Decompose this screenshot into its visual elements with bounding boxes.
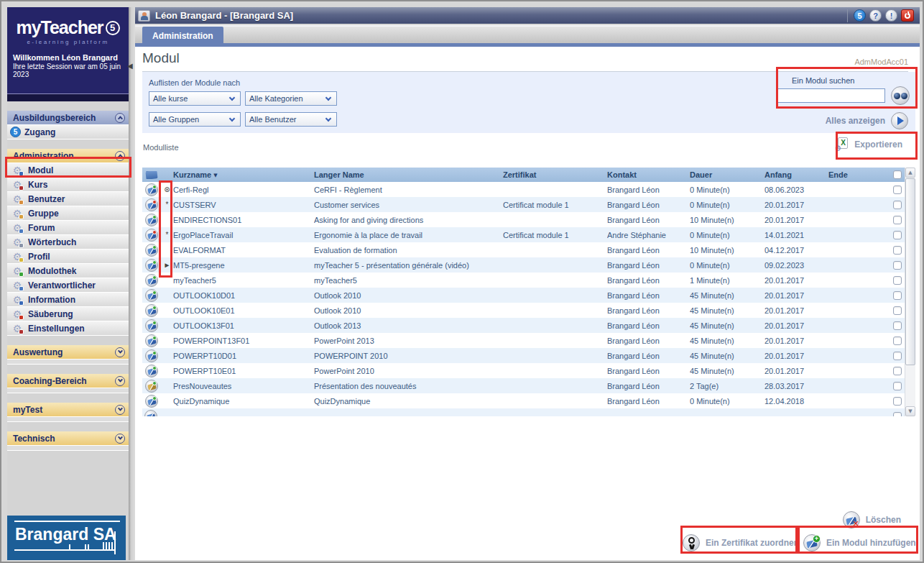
categories-dropdown[interactable]: Alle Kategorien xyxy=(245,91,337,106)
column-header-anfang[interactable]: Anfang xyxy=(764,170,828,179)
table-row[interactable]: POWERPT10D01POWERPOINT 2010Brangard Léon… xyxy=(142,348,905,363)
table-row[interactable]: EVALFORMATEvaluation de formationBrangar… xyxy=(142,242,905,257)
section-header-auswertung[interactable]: Auswertung xyxy=(7,345,129,360)
column-header-dauer[interactable]: Dauer xyxy=(690,170,764,179)
table-row[interactable]: *CUSTSERVCustomer servicesCertificat mod… xyxy=(142,197,905,212)
open-module-icon[interactable] xyxy=(145,395,158,408)
row-checkbox[interactable] xyxy=(893,321,902,330)
row-checkbox[interactable] xyxy=(893,276,902,285)
info-icon[interactable]: ! xyxy=(885,9,897,22)
sidebar-item-profil[interactable]: ⚙Profil xyxy=(7,250,129,264)
row-checkbox[interactable] xyxy=(893,382,902,390)
sidebar-item-s-uberung[interactable]: ⚙Säuberung xyxy=(7,307,129,321)
sidebar-item-gruppe[interactable]: ⚙Gruppe xyxy=(7,206,129,221)
row-checkbox[interactable] xyxy=(893,306,902,315)
open-module-icon[interactable] xyxy=(145,289,158,302)
show-all-play-icon[interactable] xyxy=(891,112,908,129)
table-row[interactable]: POWERPT10E01PowerPoint 2010Brangard Léon… xyxy=(142,363,905,378)
table-row[interactable]: OUTLOOK13F01Outlook 2013Brangard Léon45 … xyxy=(142,318,905,333)
export-button[interactable]: X ⚙ Exportieren xyxy=(835,137,902,152)
chevron-down-icon[interactable] xyxy=(115,434,125,444)
help-icon[interactable]: ? xyxy=(869,9,882,22)
open-module-icon[interactable] xyxy=(145,183,158,196)
users-dropdown[interactable]: Alle Benutzer xyxy=(245,112,337,127)
sidebar-item-w-rterbuch[interactable]: ⚙Wörterbuch xyxy=(7,235,129,250)
open-module-icon[interactable] xyxy=(145,259,158,272)
open-module-icon[interactable] xyxy=(145,229,158,242)
row-checkbox[interactable] xyxy=(893,291,902,300)
open-module-icon[interactable] xyxy=(145,319,158,332)
row-checkbox[interactable] xyxy=(893,261,902,270)
row-checkbox[interactable] xyxy=(893,397,902,406)
scroll-up-icon[interactable]: ▲ xyxy=(905,168,915,178)
open-module-icon[interactable] xyxy=(145,244,158,257)
section-header-coaching-bereich[interactable]: Coaching-Bereich xyxy=(7,374,129,388)
column-header-kontakt[interactable]: Kontakt xyxy=(607,170,690,179)
open-module-icon[interactable] xyxy=(145,365,158,377)
section-header-ausbildungsbereich[interactable]: Ausbildungsbereich xyxy=(7,111,129,125)
row-checkbox[interactable] xyxy=(893,367,902,375)
version-badge-icon[interactable]: 5 xyxy=(854,9,866,22)
chevron-down-icon[interactable] xyxy=(115,347,125,357)
collapse-sidebar-icon[interactable]: ◀ xyxy=(127,62,133,70)
chevron-down-icon[interactable] xyxy=(115,376,125,386)
row-checkbox[interactable] xyxy=(893,216,902,224)
search-binoculars-icon[interactable] xyxy=(891,86,910,105)
table-scrollbar[interactable]: ▲ ▼ xyxy=(905,168,915,416)
sidebar-item-zugang[interactable]: 5Zugang xyxy=(7,125,129,139)
row-checkbox[interactable] xyxy=(893,246,902,255)
delete-button[interactable]: ✕ Löschen xyxy=(843,511,901,528)
open-module-icon[interactable] xyxy=(145,349,158,362)
column-header-kurzname[interactable]: Kurzname▼ xyxy=(173,170,314,179)
courses-dropdown[interactable]: Alle kurse xyxy=(149,91,241,106)
section-header-administration[interactable]: Administration xyxy=(7,149,129,163)
row-checkbox[interactable] xyxy=(893,337,902,345)
row-checkbox[interactable] xyxy=(893,186,902,194)
add-module-button[interactable]: + Ein Modul hinzufügen xyxy=(803,534,916,551)
scroll-down-icon[interactable]: ▼ xyxy=(905,406,915,416)
sidebar-item-forum[interactable]: ⚙Forum xyxy=(7,221,129,235)
section-header-mytest[interactable]: myTest xyxy=(7,403,129,417)
sidebar-item-information[interactable]: ⚙Information xyxy=(7,293,129,307)
sidebar-item-modul[interactable]: ⚙Modul xyxy=(7,163,129,178)
sidebar-item-kurs[interactable]: ⚙Kurs xyxy=(7,178,129,192)
table-row[interactable]: QuizDynamiqueQuizDynamiqueBrangard Léon0… xyxy=(142,393,905,408)
sidebar-item-einstellungen[interactable]: ⚙Einstellungen xyxy=(7,321,129,336)
search-input[interactable] xyxy=(776,88,885,103)
sidebar-item-verantwortlicher[interactable]: ⚙Verantwortlicher xyxy=(7,278,129,293)
row-checkbox[interactable] xyxy=(893,352,902,360)
table-row[interactable]: OUTLOOK10E01Outlook 2010Brangard Léon45 … xyxy=(142,303,905,318)
chevron-up-icon[interactable] xyxy=(115,113,125,123)
sidebar-item-benutzer[interactable]: ⚙Benutzer xyxy=(7,192,129,206)
tab-administration[interactable]: Administration xyxy=(142,27,223,45)
assign-certificate-button[interactable]: Ein Zertifikat zuordnen xyxy=(683,534,799,551)
table-row[interactable]: ►MT5-presgenemyTeacher 5 - présentation … xyxy=(142,257,905,273)
row-checkbox[interactable] xyxy=(893,201,902,209)
show-all-label[interactable]: Alles anzeigen xyxy=(826,116,885,126)
table-row[interactable]: *ErgoPlaceTravailErgonomie à la place de… xyxy=(142,227,905,242)
table-row[interactable]: ENDIRECTIONS01Asking for and giving dire… xyxy=(142,212,905,227)
open-module-icon[interactable] xyxy=(145,380,158,393)
sidebar-item-modulothek[interactable]: ⚙Modulothek xyxy=(7,264,129,278)
open-module-icon[interactable] xyxy=(145,304,158,317)
groups-dropdown[interactable]: Alle Gruppen xyxy=(149,112,241,127)
open-module-icon[interactable] xyxy=(145,214,158,226)
chevron-up-icon[interactable] xyxy=(115,151,125,161)
select-all-checkbox[interactable] xyxy=(893,170,902,179)
open-module-icon[interactable] xyxy=(145,334,158,347)
table-row[interactable]: POWERPOINT13F01PowerPoint 2013Brangard L… xyxy=(142,333,905,348)
logout-icon[interactable] xyxy=(901,9,914,22)
table-row[interactable]: OUTLOOK10D01Outlook 2010Brangard Léon45 … xyxy=(142,288,905,303)
row-checkbox[interactable] xyxy=(893,231,902,239)
section-header-technisch[interactable]: Technisch xyxy=(7,431,129,446)
table-row[interactable]: ⊛Cerfi-ReglCeRFI - RèglementBrangard Léo… xyxy=(142,182,905,197)
column-header-langer-name[interactable]: Langer Name xyxy=(314,170,503,179)
table-row[interactable]: PresNouveautesPrésentation des nouveauté… xyxy=(142,378,905,393)
scrollbar-thumb[interactable] xyxy=(905,178,915,365)
open-module-icon[interactable] xyxy=(145,198,158,211)
chevron-down-icon[interactable] xyxy=(115,405,125,415)
open-module-icon[interactable] xyxy=(145,274,158,287)
table-row[interactable]: myTeacher5myTeacher5Brangard Léon1 Minut… xyxy=(142,273,905,288)
column-header-zertifikat[interactable]: Zertifikat xyxy=(503,170,607,179)
column-header-ende[interactable]: Ende xyxy=(828,170,890,179)
